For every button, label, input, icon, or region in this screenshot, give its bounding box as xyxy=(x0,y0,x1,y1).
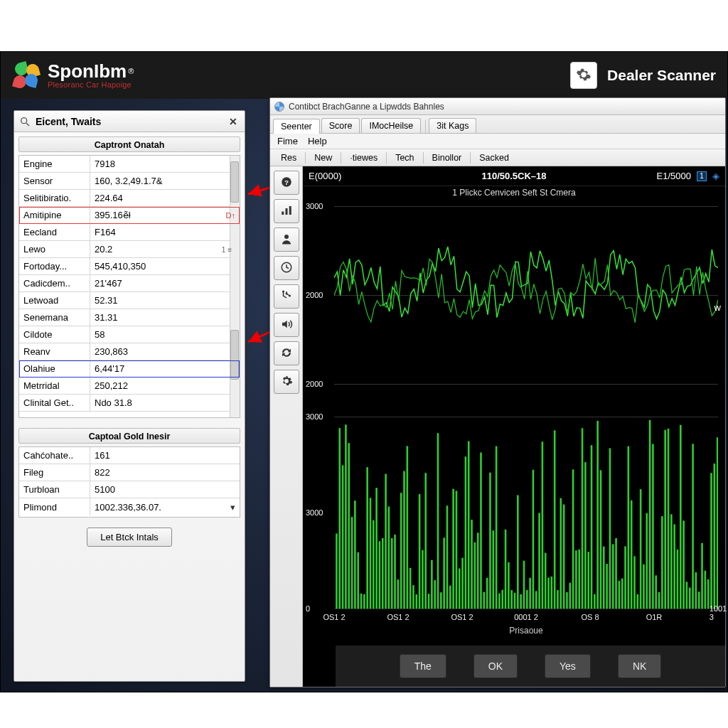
clock-button[interactable] xyxy=(274,256,299,280)
diamond-icon[interactable]: ◈ xyxy=(712,171,719,181)
table-row[interactable]: Metrridal250,212 xyxy=(19,378,240,395)
svg-rect-49 xyxy=(452,489,454,609)
button-yes[interactable]: Yes xyxy=(545,654,591,678)
table-row[interactable]: EeclandF164 xyxy=(19,224,240,241)
scanner-label: Dealer Scanner xyxy=(607,67,716,84)
table-row[interactable]: Cadicdem..21'467 xyxy=(19,275,240,292)
svg-rect-55 xyxy=(471,520,473,609)
table-row[interactable]: Clinital Get..Ndo 31.8 xyxy=(19,395,240,412)
svg-rect-113 xyxy=(649,420,651,609)
svg-rect-110 xyxy=(640,489,642,609)
toolitem-3[interactable]: Tech xyxy=(389,151,420,165)
volume-button[interactable] xyxy=(274,313,299,337)
svg-rect-17 xyxy=(354,500,356,609)
svg-rect-121 xyxy=(673,524,675,609)
table-row[interactable]: Selitibiratio.224.64 xyxy=(19,190,240,207)
svg-rect-97 xyxy=(600,470,602,609)
sidebar-panel: Eicent, Twaits ✕ Captront Onatah Engine7… xyxy=(14,110,245,682)
svg-rect-89 xyxy=(575,550,577,609)
signal-button[interactable] xyxy=(274,199,299,223)
svg-rect-95 xyxy=(594,594,596,609)
svg-rect-44 xyxy=(437,433,439,609)
trademark: ® xyxy=(128,67,134,75)
tab-score[interactable]: Score xyxy=(321,118,360,133)
tab-3it kags[interactable]: 3it Kags xyxy=(429,118,476,133)
svg-rect-126 xyxy=(689,587,691,609)
menu-help[interactable]: Help xyxy=(308,136,327,146)
table-row[interactable]: Fortoday...545,410,350 xyxy=(19,258,240,275)
gear-button[interactable] xyxy=(274,370,299,394)
svg-point-8 xyxy=(282,290,284,292)
table-row[interactable]: Cildote58 xyxy=(19,326,240,343)
table-row[interactable]: Letwoad52.31 xyxy=(19,292,240,309)
svg-rect-25 xyxy=(379,541,381,609)
chevron-down-icon[interactable]: ▾ xyxy=(230,502,235,513)
xtick: O1R xyxy=(646,613,663,621)
plot-area: E(0000) 110/50.5CK–18 E1/5000 1 ◈ 1 Plic… xyxy=(303,166,725,687)
close-button[interactable]: ✕ xyxy=(226,114,240,129)
svg-rect-18 xyxy=(357,552,359,609)
svg-rect-76 xyxy=(535,591,537,609)
ytick: 2000 xyxy=(306,291,323,299)
svg-rect-37 xyxy=(415,594,417,609)
row-label: Cahćohate.. xyxy=(19,447,90,464)
cycle-button[interactable] xyxy=(274,341,299,365)
table-row[interactable]: Olahiue6,44'17 xyxy=(19,360,240,378)
button-nk[interactable]: NK xyxy=(618,654,661,678)
scrollbar-thumb[interactable] xyxy=(230,161,239,203)
ytick: 3000 xyxy=(306,412,323,421)
table-row[interactable]: Turbloan5100 xyxy=(19,481,240,498)
svg-rect-35 xyxy=(410,568,412,609)
toolitem-4[interactable]: Binollor xyxy=(426,151,469,165)
table-row[interactable]: Reanv230,863 xyxy=(19,343,240,360)
row-value: 160, 3.2,49.1.7& xyxy=(90,173,240,189)
table-row[interactable]: Lewo20.2 xyxy=(19,241,240,258)
table-row[interactable]: Engine7918 xyxy=(19,156,240,173)
table-row[interactable]: Plimond1002.336,36.07.▾ xyxy=(19,498,240,515)
scrollbar-track[interactable] xyxy=(230,156,240,417)
toolitem-1[interactable]: New xyxy=(308,151,338,165)
settings-button[interactable] xyxy=(570,62,597,89)
gear-icon xyxy=(280,375,293,390)
user-icon xyxy=(280,232,293,247)
table-row[interactable]: Amitipine395.16ẽłD↑ xyxy=(19,207,240,224)
branch-button[interactable] xyxy=(274,284,299,309)
svg-rect-98 xyxy=(603,547,605,609)
svg-rect-43 xyxy=(434,580,436,609)
svg-rect-122 xyxy=(677,550,679,609)
content-window: Contibct BrachGanne a Lipwdds Bahnles Se… xyxy=(269,97,726,687)
button-the[interactable]: The xyxy=(400,654,446,678)
svg-rect-15 xyxy=(348,443,350,609)
menu-fime[interactable]: Fime xyxy=(277,136,298,146)
toolitem-0[interactable]: Res xyxy=(274,151,303,165)
svg-rect-124 xyxy=(682,520,685,609)
table-section2: Cahćohate..161Fileg822Turbloan5100Plimon… xyxy=(18,446,240,518)
indicator-1[interactable]: 1 xyxy=(697,171,707,181)
svg-rect-114 xyxy=(652,444,654,609)
svg-point-10 xyxy=(289,294,291,296)
let-btck-button[interactable]: Let Btck Intals xyxy=(87,528,172,547)
svg-rect-63 xyxy=(496,446,498,609)
svg-rect-100 xyxy=(609,448,611,609)
table-row[interactable]: Cahćohate..161 xyxy=(19,447,240,464)
user-button[interactable] xyxy=(274,228,299,252)
magnifier-icon xyxy=(18,115,31,128)
toolitem-5[interactable]: Sacked xyxy=(473,151,515,165)
svg-rect-60 xyxy=(486,578,488,609)
svg-rect-84 xyxy=(560,498,562,609)
row-label: Eecland xyxy=(19,224,90,240)
table-row[interactable]: Sensor160, 3.2,49.1.7& xyxy=(19,173,240,190)
toolitem-2[interactable]: ·tiewes xyxy=(343,151,384,165)
table-row[interactable]: Senemana31.31 xyxy=(19,309,240,326)
table-row[interactable]: Fileg822 xyxy=(19,464,240,481)
chart-top[interactable]: 3000 2000 2000 w xyxy=(334,206,718,384)
button-ok[interactable]: OK xyxy=(473,654,518,678)
svg-rect-109 xyxy=(637,594,639,609)
branch-icon xyxy=(280,289,293,304)
gear-icon xyxy=(576,67,592,85)
help-button[interactable]: ? xyxy=(274,171,299,195)
chart-bottom[interactable]: 3000 3000 0 OS1 2OS1 2OS1 20001 2OS 8O1R… xyxy=(334,417,718,609)
tab-imocheilse[interactable]: IMocHeilse xyxy=(361,118,421,133)
row-value: 6,44'17 xyxy=(90,360,240,377)
tab-seenter[interactable]: Seenter xyxy=(273,119,320,134)
